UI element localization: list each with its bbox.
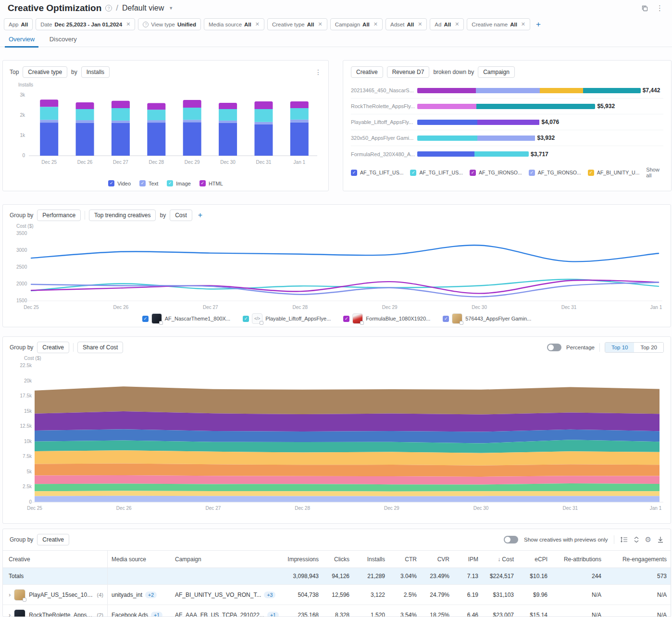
column-header-campaign[interactable]: Campaign — [171, 556, 279, 563]
entity-selector[interactable]: Creative — [351, 66, 383, 78]
legend-item-image[interactable]: ✓Image — [167, 180, 191, 186]
add-filter-button[interactable]: + — [536, 20, 541, 29]
percentage-toggle[interactable] — [547, 344, 561, 351]
column-header-ipm[interactable]: IPM — [453, 556, 482, 563]
table-row[interactable]: ›PlayAF_US_15sec_1080X1920_6...(4)unitya… — [3, 584, 671, 605]
legend-item-campaign[interactable]: ✓AF_TG_LIFT_US... — [410, 170, 462, 176]
stacked-bar[interactable] — [417, 151, 529, 157]
dimension-selector[interactable]: Creative type — [23, 66, 67, 78]
legend-checkbox[interactable]: ✓ — [410, 170, 416, 176]
column-header-media-source[interactable]: Media source — [108, 556, 171, 563]
legend-checkbox[interactable]: ✓ — [343, 316, 349, 322]
legend-checkbox[interactable]: ✓ — [351, 170, 357, 176]
column-header-creative[interactable]: Creative — [3, 551, 108, 568]
legend-checkbox[interactable]: ✓ — [588, 170, 594, 176]
metric-selector[interactable]: Cost — [170, 210, 192, 221]
legend-item-html[interactable]: ✓HTML — [199, 180, 223, 186]
info-icon[interactable]: ? — [105, 5, 112, 12]
stacked-bar[interactable] — [417, 104, 595, 109]
filter-chip-view-type[interactable]: ?View typeUnified — [138, 18, 201, 30]
legend-checkbox[interactable]: ✓ — [199, 180, 206, 186]
more-count-badge[interactable]: +3 — [264, 592, 275, 598]
legend-checkbox[interactable]: ✓ — [139, 180, 146, 186]
column-header-re-engagements[interactable]: Re-engagements — [605, 556, 671, 563]
kebab-menu-icon[interactable]: ⋮ — [315, 68, 322, 76]
filter-chip-date[interactable]: DateDec 25,2023 - Jan 01,2024✕ — [36, 18, 135, 30]
filter-chip-campaign[interactable]: CampaignAll✕ — [330, 18, 383, 30]
legend-item-campaign[interactable]: ✓AF_BI_UNITY_U... — [588, 170, 640, 176]
close-icon[interactable]: ✕ — [126, 21, 130, 27]
legend-item-campaign[interactable]: ✓AF_TG_LIFT_US... — [351, 170, 403, 176]
filter-chip-adset[interactable]: AdsetAll✕ — [386, 18, 427, 30]
chevron-down-icon[interactable]: ▼ — [169, 6, 173, 11]
filter-chip-ad[interactable]: AdAll✕ — [430, 18, 464, 30]
settings-gear-icon[interactable]: ⚙ — [645, 535, 651, 544]
duplicate-icon[interactable] — [641, 5, 648, 12]
close-icon[interactable]: ✕ — [418, 21, 422, 27]
column-header-re-attributions[interactable]: Re-attributions — [551, 556, 605, 563]
entity-selector[interactable]: Creative — [37, 342, 69, 353]
kebab-menu-icon[interactable]: ⋮ — [656, 4, 663, 12]
axis-label: Dec 29 — [384, 506, 399, 511]
filter-chip-creative-name[interactable]: Creative nameAll✕ — [467, 18, 530, 30]
metric-selector[interactable]: Revenue D7 — [387, 66, 430, 78]
legend-item-text[interactable]: ✓Text — [139, 180, 158, 186]
row-height-icon[interactable] — [620, 536, 628, 543]
legend-item-creative[interactable]: ✓576443_AppsFlyer Gamin... — [443, 313, 531, 324]
close-icon[interactable]: ✕ — [255, 21, 260, 27]
legend-checkbox[interactable]: ✓ — [167, 180, 173, 186]
legend-checkbox[interactable]: ✓ — [470, 170, 476, 176]
legend-item-creative[interactable]: ✓FormulaBlue_1080X1920... — [343, 313, 430, 324]
filter-chip-app[interactable]: AppAll — [4, 18, 33, 30]
legend-item-campaign[interactable]: ✓AF_TG_IRONSO... — [470, 170, 522, 176]
top-20-option[interactable]: Top 20 — [634, 343, 663, 352]
entity-selector[interactable]: Creative — [37, 534, 69, 545]
close-icon[interactable]: ✕ — [373, 21, 378, 27]
mode-selector[interactable]: Top trending creatives — [89, 210, 156, 221]
column-header-ctr[interactable]: CTR — [389, 556, 421, 563]
download-icon[interactable] — [657, 536, 664, 543]
column-header-ecpi[interactable]: eCPI — [518, 556, 551, 563]
column-header-cvr[interactable]: CVR — [421, 556, 453, 563]
tab-overview[interactable]: Overview — [5, 34, 38, 47]
legend-checkbox[interactable]: ✓ — [142, 316, 149, 322]
close-icon[interactable]: ✕ — [455, 21, 459, 27]
filter-chip-creative-type[interactable]: Creative typeAll✕ — [267, 18, 327, 30]
legend-checkbox[interactable]: ✓ — [443, 316, 449, 322]
breakdown-selector[interactable]: Campaign — [478, 66, 515, 78]
column-header-impressions[interactable]: Impressions — [279, 556, 323, 563]
sort-icon[interactable] — [634, 536, 639, 543]
column-header-clicks[interactable]: Clicks — [323, 556, 353, 563]
filter-chip-media-source[interactable]: Media sourceAll✕ — [204, 18, 264, 30]
more-count-badge[interactable]: +1 — [267, 612, 279, 617]
more-count-badge[interactable]: +2 — [145, 592, 157, 598]
legend-checkbox[interactable]: ✓ — [108, 180, 114, 186]
table-row[interactable]: ›RockTheRolette_AppsFlyer_1200...(2)Face… — [3, 605, 671, 617]
close-icon[interactable]: ✕ — [521, 21, 525, 27]
metric-selector[interactable]: Installs — [81, 66, 110, 78]
legend-item-video[interactable]: ✓Video — [108, 180, 131, 186]
legend-checkbox[interactable]: ✓ — [529, 170, 535, 176]
tab-discovery[interactable]: Discovery — [46, 34, 81, 47]
add-metric-button[interactable]: + — [198, 211, 202, 220]
column-header-cost[interactable]: ↓Cost — [482, 556, 518, 563]
page-title: Creative Optimization — [8, 3, 101, 13]
legend-checkbox[interactable]: ✓ — [243, 316, 249, 322]
stacked-bar[interactable] — [417, 88, 641, 93]
top-10-option[interactable]: Top 10 — [605, 343, 635, 352]
legend-item-campaign[interactable]: ✓AF_TG_IRONSO... — [529, 170, 581, 176]
legend-item-creative[interactable]: ✓</>Playable_Liftoff_AppsFlye... — [243, 313, 331, 324]
expand-chevron-icon[interactable]: › — [9, 611, 11, 617]
view-selector[interactable]: Performance — [37, 210, 81, 221]
previews-only-toggle[interactable] — [504, 536, 518, 543]
legend-item-creative[interactable]: ✓AF_NascarTheme1_800X... — [142, 313, 230, 324]
more-count-badge[interactable]: +1 — [151, 612, 162, 617]
stacked-bar[interactable] — [417, 120, 540, 125]
metric-selector[interactable]: Share of Cost — [77, 342, 123, 353]
view-name[interactable]: Default view — [122, 4, 164, 12]
column-header-installs[interactable]: Installs — [353, 556, 389, 563]
expand-chevron-icon[interactable]: › — [9, 591, 11, 598]
close-icon[interactable]: ✕ — [318, 21, 322, 27]
show-all-link[interactable]: Show all — [646, 167, 663, 178]
stacked-bar[interactable] — [417, 136, 535, 141]
